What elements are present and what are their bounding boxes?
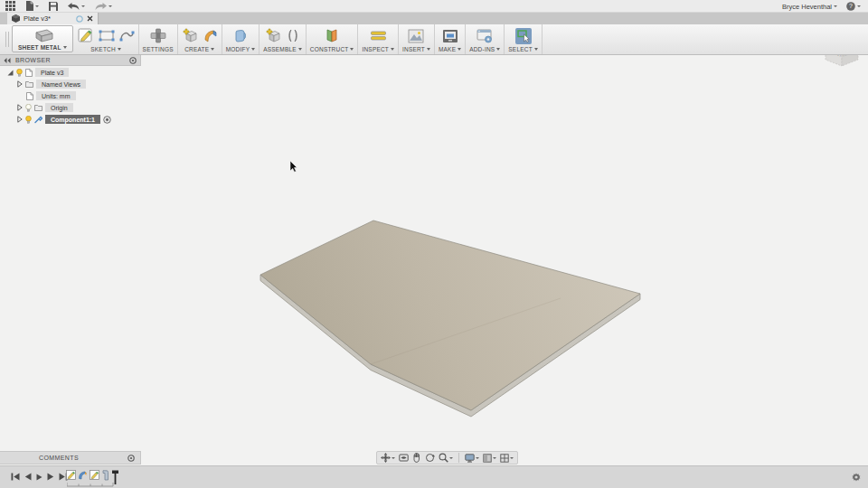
modify-icon[interactable] xyxy=(232,28,248,43)
select-active-highlight xyxy=(515,28,532,44)
visibility-bulb-icon[interactable] xyxy=(16,69,23,77)
fusion360-window: TOP FRONT RIGHT xyxy=(0,0,868,488)
go-to-start-icon[interactable] xyxy=(11,473,20,481)
collapsed-triangle-icon[interactable] xyxy=(17,116,23,123)
browser-row-component[interactable]: Component1:1 xyxy=(0,114,141,125)
plate-top-face[interactable] xyxy=(260,221,640,410)
free-orbit-icon[interactable] xyxy=(425,453,435,463)
redo-button[interactable] xyxy=(95,3,112,10)
chevron-down-icon xyxy=(427,48,430,51)
sheet-metal-workspace-button[interactable]: SHEET METAL xyxy=(12,25,73,52)
construction-plane-icon[interactable] xyxy=(324,28,340,43)
browser-item-label[interactable]: Units: mm xyxy=(36,91,76,100)
undo-button[interactable] xyxy=(68,3,85,10)
step-forward-icon[interactable] xyxy=(36,474,42,481)
app-grid-icon[interactable] xyxy=(5,1,15,11)
chevron-down-icon xyxy=(476,457,479,459)
pan-icon[interactable] xyxy=(412,453,421,463)
browser-item-label[interactable]: Component1:1 xyxy=(45,115,100,124)
add-ins-icon[interactable] xyxy=(476,29,493,43)
document-icon xyxy=(26,92,33,100)
look-at-icon[interactable] xyxy=(399,454,409,462)
browser-row-root[interactable]: Plate v3 xyxy=(0,67,141,78)
browser-item-label[interactable]: Origin xyxy=(45,103,73,112)
collapsed-triangle-icon[interactable] xyxy=(17,80,23,88)
comments-settings-icon[interactable] xyxy=(127,455,135,462)
ground-radio-icon[interactable] xyxy=(103,116,111,124)
multi-viewport-button[interactable] xyxy=(500,454,514,463)
chevron-down-icon xyxy=(81,5,85,7)
chevron-down-icon xyxy=(118,48,121,51)
new-component-icon[interactable] xyxy=(265,28,282,43)
mouse-cursor xyxy=(290,161,297,172)
step-back-icon[interactable] xyxy=(24,473,32,481)
user-menu[interactable]: Bryce Heventhal xyxy=(782,3,837,11)
toolbar-group-settings: SETTINGS xyxy=(139,24,178,54)
flange-icon[interactable] xyxy=(203,28,218,43)
browser-header[interactable]: BROWSER xyxy=(0,55,141,66)
orbit-button[interactable] xyxy=(381,453,395,463)
zoom-button[interactable] xyxy=(439,453,453,463)
chevron-down-icon xyxy=(350,48,354,51)
chevron-down-icon xyxy=(510,457,514,459)
chevron-down-icon xyxy=(496,48,500,51)
save-icon[interactable] xyxy=(49,2,58,11)
collapse-panel-icon[interactable] xyxy=(4,58,11,63)
browser-item-label[interactable]: Plate v3 xyxy=(35,68,69,77)
sketch-spline-icon[interactable] xyxy=(119,30,135,42)
browser-item-label[interactable]: Named Views xyxy=(36,80,86,89)
sync-status-icon[interactable] xyxy=(76,15,83,23)
measure-icon[interactable] xyxy=(370,29,387,42)
sketch-rectangle-icon[interactable] xyxy=(99,30,116,42)
chevron-down-icon xyxy=(834,5,837,7)
toolbar-group-create: CREATE xyxy=(178,24,222,54)
browser-settings-icon[interactable] xyxy=(129,57,137,64)
toolbar-group-modify: MODIFY xyxy=(222,24,259,54)
toolbar-group-label: SHEET METAL xyxy=(18,44,61,51)
browser-row-named-views[interactable]: Named Views xyxy=(0,79,141,89)
timeline-sketch-feature-icon[interactable] xyxy=(90,470,99,480)
sheet-metal-rules-icon[interactable] xyxy=(150,28,166,43)
browser-row-units[interactable]: Units: mm xyxy=(0,90,141,101)
chevron-down-icon xyxy=(458,48,461,51)
insert-image-icon[interactable] xyxy=(408,29,424,43)
document-tab-title: Plate v3* xyxy=(24,14,72,23)
joint-icon[interactable] xyxy=(286,28,300,43)
close-icon[interactable] xyxy=(87,15,93,22)
timeline-settings-gear-icon[interactable] xyxy=(852,473,861,482)
timeline-sketch-feature-icon[interactable] xyxy=(66,470,76,480)
play-icon[interactable] xyxy=(47,473,54,481)
toolbar-group-inspect: INSPECT xyxy=(358,24,399,54)
toolbar-drag-handle[interactable] xyxy=(5,32,9,47)
toolbar-group-sketch: SKETCH xyxy=(74,24,139,54)
folder-icon xyxy=(34,104,42,111)
toolbar-group-label: MODIFY xyxy=(226,46,250,52)
visibility-bulb-icon[interactable] xyxy=(25,104,32,112)
make-3d-print-icon[interactable] xyxy=(442,29,458,43)
toolbar-group-label: MAKE xyxy=(439,46,456,52)
single-viewport-button[interactable] xyxy=(483,454,496,463)
display-settings-button[interactable] xyxy=(465,454,479,463)
display-settings-icon xyxy=(465,454,475,463)
timeline-bend-feature-icon[interactable] xyxy=(78,470,88,480)
collapsed-triangle-icon[interactable] xyxy=(17,104,23,111)
select-icon[interactable] xyxy=(516,29,531,43)
browser-row-origin[interactable]: Origin xyxy=(0,102,141,113)
comments-bar[interactable]: COMMENTS xyxy=(0,451,141,465)
visibility-bulb-icon[interactable] xyxy=(25,116,32,124)
toolbar-group-label: CREATE xyxy=(184,46,209,52)
folder-icon xyxy=(25,80,33,88)
timeline-flange-feature-icon[interactable] xyxy=(101,470,109,481)
help-menu[interactable]: ? xyxy=(846,2,861,11)
document-icon xyxy=(25,69,33,77)
comments-label: COMMENTS xyxy=(39,455,127,461)
document-tab[interactable]: Plate v3* xyxy=(7,13,99,24)
create-sketch-icon[interactable] xyxy=(78,28,95,43)
toolbar-group-label: INSERT xyxy=(402,46,425,52)
toolbar-group-add-ins: ADD-INS xyxy=(466,24,505,54)
chevron-down-icon xyxy=(857,5,861,7)
file-menu-button[interactable] xyxy=(25,1,39,11)
browser-panel: BROWSER Plate v3 Named Views Units: mm xyxy=(0,55,141,125)
new-body-icon[interactable] xyxy=(182,28,199,43)
expanded-triangle-icon[interactable] xyxy=(7,70,14,76)
